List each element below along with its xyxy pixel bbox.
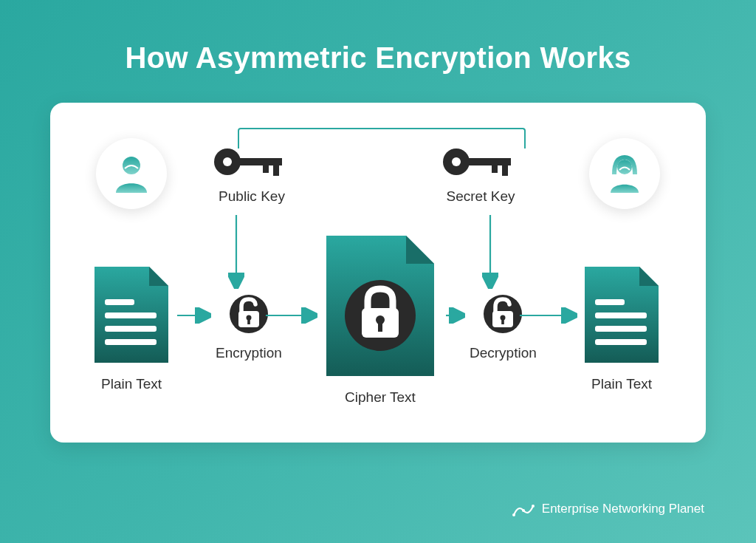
- document-icon: [582, 267, 662, 363]
- plaintext-result-label: Plain Text: [582, 376, 662, 392]
- svg-rect-23: [595, 339, 647, 345]
- svg-rect-27: [247, 318, 250, 324]
- svg-rect-15: [105, 339, 157, 345]
- svg-point-39: [532, 505, 535, 508]
- svg-rect-13: [105, 313, 157, 318]
- svg-rect-5: [263, 165, 269, 173]
- branding-text: Enterprise Networking Planet: [542, 502, 704, 516]
- key-icon: [211, 146, 292, 178]
- plaintext-source-label: Plain Text: [92, 376, 171, 392]
- encryption-label: Encryption: [216, 345, 282, 361]
- svg-rect-12: [105, 299, 134, 305]
- lock-open-icon: [228, 293, 269, 335]
- svg-rect-31: [502, 318, 505, 324]
- secret-key-label: Secret Key: [440, 188, 521, 205]
- decryption-label: Decryption: [470, 345, 537, 361]
- diagram-card: Public Key Secret Key Plain Text: [50, 103, 706, 443]
- ciphertext-group: Cipher Text: [322, 236, 439, 406]
- document-icon: [92, 267, 171, 363]
- svg-point-40: [522, 509, 525, 512]
- svg-rect-21: [595, 313, 647, 318]
- svg-rect-22: [595, 326, 647, 332]
- decryption-group: Decryption: [470, 293, 537, 361]
- svg-rect-10: [492, 165, 498, 173]
- svg-rect-14: [105, 326, 157, 332]
- diagram-title: How Asymmetric Encryption Works: [0, 0, 756, 75]
- svg-rect-19: [378, 321, 382, 332]
- svg-point-38: [512, 513, 515, 516]
- document-locked-icon: [322, 236, 439, 376]
- key-icon: [440, 146, 521, 178]
- svg-rect-9: [467, 158, 511, 165]
- svg-rect-4: [238, 158, 282, 165]
- branding-footer: Enterprise Networking Planet: [512, 502, 704, 516]
- plaintext-result-group: Plain Text: [582, 267, 662, 392]
- encryption-group: Encryption: [216, 293, 282, 361]
- sender-avatar: [96, 138, 167, 209]
- lock-open-icon: [482, 293, 523, 335]
- ciphertext-label: Cipher Text: [322, 389, 439, 406]
- svg-rect-6: [273, 165, 279, 176]
- svg-point-8: [452, 157, 461, 166]
- brand-logo-icon: [512, 502, 535, 516]
- person-female-icon: [603, 152, 646, 195]
- recipient-avatar: [589, 138, 660, 209]
- public-key-group: Public Key: [211, 146, 292, 205]
- person-male-icon: [110, 152, 153, 195]
- plaintext-source-group: Plain Text: [92, 267, 171, 392]
- svg-rect-11: [502, 165, 508, 176]
- svg-rect-20: [595, 299, 625, 305]
- svg-point-3: [223, 157, 232, 166]
- public-key-label: Public Key: [211, 188, 292, 205]
- secret-key-group: Secret Key: [440, 146, 521, 205]
